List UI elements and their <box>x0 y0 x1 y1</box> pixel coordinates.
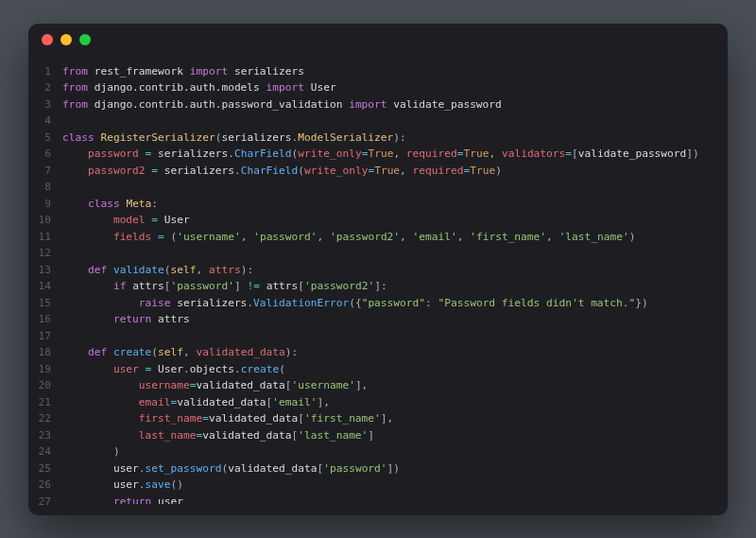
code-line[interactable]: last_name=validated_data['last_name'] <box>62 427 728 444</box>
maximize-icon[interactable] <box>79 34 91 45</box>
code-line[interactable]: from django.contrib.auth.password_valida… <box>62 96 728 113</box>
line-number: 13 <box>28 262 51 279</box>
code-line[interactable]: user = User.objects.create( <box>62 361 728 378</box>
code-line[interactable]: return user <box>62 494 728 504</box>
code-line[interactable]: def validate(self, attrs): <box>62 262 728 279</box>
code-line[interactable]: first_name=validated_data['first_name'], <box>62 410 728 427</box>
code-line[interactable]: def create(self, validated_data): <box>62 344 728 361</box>
code-line[interactable] <box>62 245 728 262</box>
minimize-icon[interactable] <box>60 34 72 45</box>
line-number: 6 <box>28 146 51 163</box>
line-number: 14 <box>28 278 51 295</box>
code-line[interactable]: from rest_framework import serializers <box>62 63 728 80</box>
code-line[interactable]: class Meta: <box>62 196 728 213</box>
line-number: 5 <box>28 130 51 147</box>
code-editor[interactable]: 1234567891011121314151617181920212223242… <box>28 56 728 515</box>
line-number: 1 <box>28 63 51 80</box>
code-line[interactable]: class RegisterSerializer(serializers.Mod… <box>62 130 728 147</box>
code-line[interactable]: model = User <box>62 212 728 229</box>
line-number: 4 <box>28 113 51 130</box>
code-line[interactable]: if attrs['password'] != attrs['password2… <box>62 278 728 295</box>
code-line[interactable]: ) <box>62 443 728 460</box>
line-number: 20 <box>28 377 51 394</box>
line-number: 25 <box>28 460 51 477</box>
code-line[interactable]: username=validated_data['username'], <box>62 377 728 394</box>
line-number: 15 <box>28 295 51 312</box>
line-number: 17 <box>28 328 51 345</box>
line-number: 12 <box>28 245 51 262</box>
line-number: 26 <box>28 477 51 494</box>
line-number-gutter: 1234567891011121314151617181920212223242… <box>28 63 62 504</box>
window-titlebar <box>28 24 728 56</box>
code-line[interactable]: user.set_password(validated_data['passwo… <box>62 460 728 477</box>
line-number: 27 <box>28 494 51 511</box>
line-number: 22 <box>28 410 51 427</box>
line-number: 3 <box>28 96 51 113</box>
line-number: 8 <box>28 179 51 196</box>
code-line[interactable] <box>62 179 728 196</box>
line-number: 2 <box>28 79 51 96</box>
code-line[interactable]: email=validated_data['email'], <box>62 394 728 411</box>
line-number: 16 <box>28 311 51 328</box>
line-number: 10 <box>28 212 51 229</box>
line-number: 11 <box>28 229 51 246</box>
code-line[interactable]: user.save() <box>62 477 728 494</box>
code-line[interactable] <box>62 113 728 130</box>
code-line[interactable]: from django.contrib.auth.models import U… <box>62 79 728 96</box>
code-line[interactable] <box>62 328 728 345</box>
code-line[interactable]: raise serializers.ValidationError({"pass… <box>62 295 728 312</box>
line-number: 19 <box>28 361 51 378</box>
line-number: 21 <box>28 394 51 411</box>
code-line[interactable]: fields = ('username', 'password', 'passw… <box>62 229 728 246</box>
line-number: 18 <box>28 344 51 361</box>
line-number: 24 <box>28 443 51 460</box>
close-icon[interactable] <box>42 34 53 45</box>
line-number: 7 <box>28 163 51 180</box>
line-number: 9 <box>28 196 51 213</box>
code-window: 1234567891011121314151617181920212223242… <box>28 24 728 515</box>
line-number: 23 <box>28 427 51 444</box>
code-line[interactable]: password = serializers.CharField(write_o… <box>62 146 728 163</box>
code-line[interactable]: return attrs <box>62 311 728 328</box>
code-content[interactable]: from rest_framework import serializersfr… <box>62 63 728 504</box>
code-line[interactable]: password2 = serializers.CharField(write_… <box>62 163 728 180</box>
